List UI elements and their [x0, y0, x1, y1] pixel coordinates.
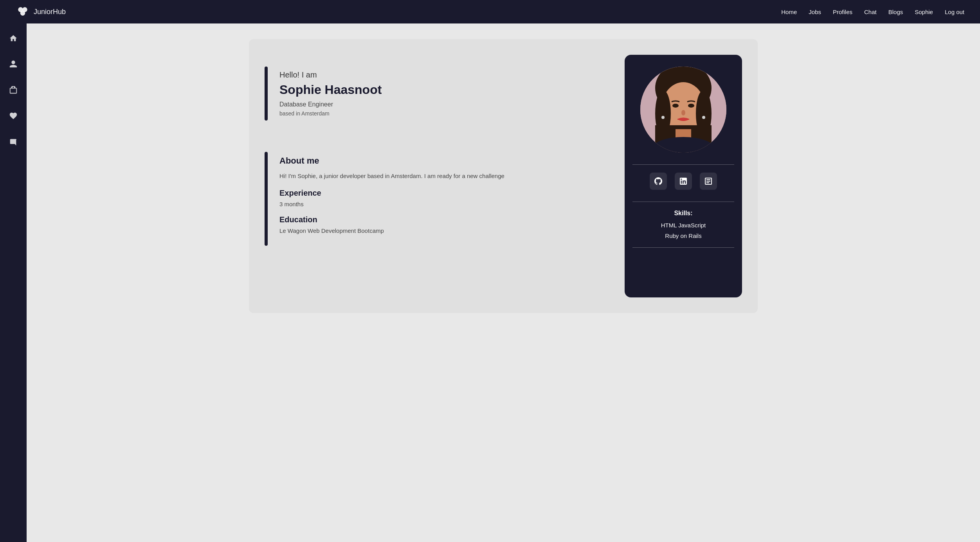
divider-3	[632, 247, 734, 248]
skills-text: HTML JavaScriptRuby on Rails	[661, 220, 706, 241]
svg-point-14	[661, 116, 665, 119]
svg-point-2	[20, 11, 25, 16]
sidebar	[0, 23, 27, 542]
nav-profiles[interactable]: Profiles	[833, 9, 852, 15]
profile-location: based in Amsterdam	[279, 110, 609, 117]
nav-logout[interactable]: Log out	[945, 9, 964, 15]
nav-links: Home Jobs Profiles Chat Blogs Sophie Log…	[781, 9, 964, 15]
sidebar-home-icon[interactable]	[6, 31, 20, 45]
divider-1	[632, 164, 734, 165]
github-icon[interactable]	[650, 173, 667, 190]
nav-brand: JuniorHub	[16, 5, 66, 19]
portfolio-icon[interactable]	[700, 173, 717, 190]
nav-home[interactable]: Home	[781, 9, 797, 15]
about-text: Hi! I'm Sophie, a junior developer based…	[279, 171, 609, 181]
sidebar-chat-icon[interactable]	[6, 135, 20, 149]
page-content: Hello! I am Sophie Haasnoot Database Eng…	[27, 23, 980, 542]
about-section: About me Hi! I'm Sophie, a junior develo…	[265, 140, 609, 257]
brand-name: JuniorHub	[34, 8, 66, 16]
education-heading: Education	[279, 215, 609, 224]
nav-jobs[interactable]: Jobs	[809, 9, 821, 15]
social-icons	[650, 173, 717, 190]
svg-point-15	[702, 116, 705, 119]
profile-left: Hello! I am Sophie Haasnoot Database Eng…	[265, 55, 609, 297]
profile-title: Database Engineer	[279, 101, 609, 108]
section-bar-1	[265, 67, 268, 121]
linkedin-icon[interactable]	[675, 173, 692, 190]
nav-blogs[interactable]: Blogs	[888, 9, 903, 15]
main-layout: Hello! I am Sophie Haasnoot Database Eng…	[0, 23, 980, 542]
skills-label: Skills:	[674, 210, 692, 217]
about-content: About me Hi! I'm Sophie, a junior develo…	[279, 152, 609, 246]
divider-2	[632, 202, 734, 202]
experience-text: 3 months	[279, 201, 609, 207]
avatar	[640, 67, 726, 153]
sidebar-briefcase-icon[interactable]	[6, 83, 20, 97]
profile-name: Sophie Haasnoot	[279, 83, 609, 97]
top-nav: JuniorHub Home Jobs Profiles Chat Blogs …	[0, 0, 980, 23]
nav-sophie[interactable]: Sophie	[915, 9, 933, 15]
greeting-text: Hello! I am	[279, 70, 609, 79]
svg-point-12	[688, 104, 694, 108]
sidebar-heart-icon[interactable]	[6, 109, 20, 123]
profile-card: Skills: HTML JavaScriptRuby on Rails	[625, 55, 742, 297]
sidebar-person-icon[interactable]	[6, 57, 20, 71]
name-content: Hello! I am Sophie Haasnoot Database Eng…	[279, 67, 609, 121]
avatar-image	[640, 67, 726, 153]
experience-heading: Experience	[279, 189, 609, 198]
section-bar-2	[265, 152, 268, 246]
brand-logo-icon	[16, 5, 30, 19]
nav-chat[interactable]: Chat	[864, 9, 877, 15]
education-text: Le Wagon Web Development Bootcamp	[279, 227, 609, 234]
about-heading: About me	[279, 156, 609, 166]
profile-container: Hello! I am Sophie Haasnoot Database Eng…	[249, 39, 758, 313]
svg-point-13	[681, 110, 685, 115]
svg-point-11	[672, 104, 679, 108]
name-section: Hello! I am Sophie Haasnoot Database Eng…	[265, 55, 609, 132]
